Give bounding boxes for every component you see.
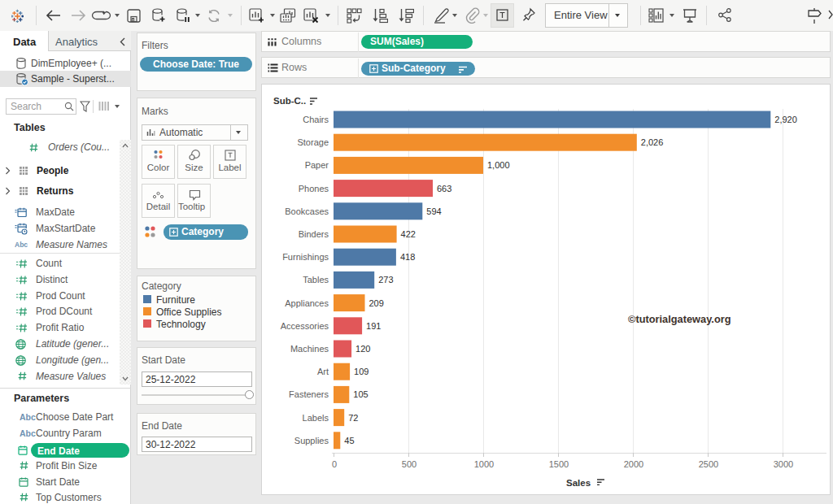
svg-text:500: 500 — [402, 459, 416, 469]
svg-text:109: 109 — [354, 367, 369, 376]
svg-text:209: 209 — [369, 298, 384, 308]
svg-text:Bookcases: Bookcases — [285, 206, 329, 216]
svg-text:663: 663 — [437, 184, 451, 193]
svg-text:2,920: 2,920 — [774, 115, 797, 124]
svg-text:105: 105 — [353, 389, 368, 399]
svg-text:Storage: Storage — [297, 137, 329, 147]
svg-text:2000: 2000 — [624, 459, 643, 469]
svg-text:120: 120 — [355, 344, 370, 354]
svg-text:Appliances: Appliances — [285, 298, 329, 308]
svg-text:©tutorialgateway.org: ©tutorialgateway.org — [628, 313, 731, 325]
svg-text:3000: 3000 — [774, 459, 793, 469]
svg-text:191: 191 — [366, 321, 381, 331]
svg-text:418: 418 — [400, 252, 415, 262]
svg-text:594: 594 — [426, 206, 441, 216]
svg-text:Paper: Paper — [305, 160, 329, 170]
svg-text:Binders: Binders — [299, 229, 329, 239]
svg-text:Phones: Phones — [299, 184, 329, 193]
svg-text:45: 45 — [344, 436, 354, 445]
svg-text:Fasteners: Fasteners — [289, 389, 329, 399]
svg-text:2,026: 2,026 — [641, 137, 664, 147]
svg-text:Supplies: Supplies — [294, 436, 329, 445]
svg-text:72: 72 — [348, 413, 358, 423]
svg-text:1,000: 1,000 — [487, 160, 510, 170]
svg-text:Furnishings: Furnishings — [282, 252, 329, 262]
svg-text:Sub-C..: Sub-C.. — [273, 96, 306, 106]
svg-text:Sales: Sales — [566, 478, 591, 488]
svg-text:Art: Art — [317, 367, 329, 376]
svg-text:Machines: Machines — [290, 344, 329, 354]
svg-text:1500: 1500 — [549, 459, 569, 469]
svg-text:Labels: Labels — [303, 413, 329, 423]
svg-text:1000: 1000 — [474, 459, 494, 469]
svg-text:Chairs: Chairs — [303, 115, 329, 124]
svg-text:422: 422 — [401, 229, 416, 239]
svg-text:Tables: Tables — [303, 275, 329, 285]
svg-text:Accessories: Accessories — [281, 321, 329, 331]
svg-text:0: 0 — [332, 459, 337, 469]
svg-text:273: 273 — [378, 275, 393, 285]
svg-text:2500: 2500 — [699, 459, 718, 469]
